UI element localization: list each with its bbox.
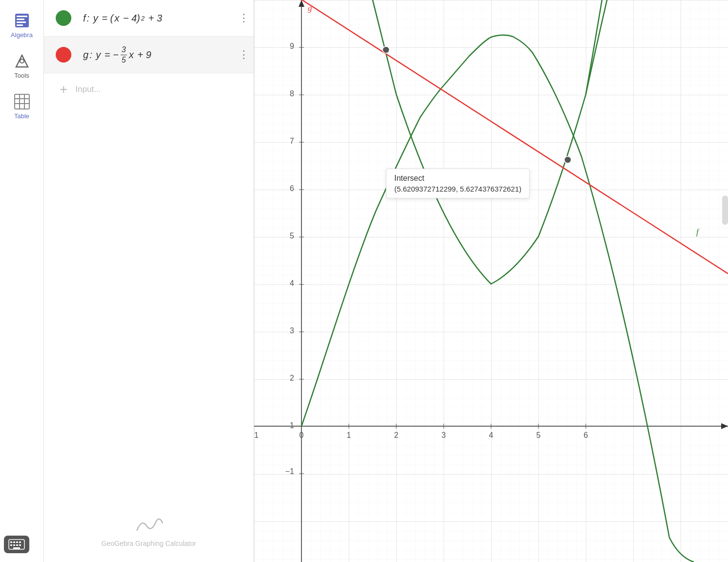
g-color-wrapper: [44, 47, 83, 63]
tooltip-title: Intersect: [394, 174, 521, 183]
svg-rect-7: [15, 94, 29, 109]
svg-text:4: 4: [290, 279, 294, 287]
svg-rect-21: [13, 547, 20, 549]
sidebar-item-table[interactable]: Table: [0, 86, 44, 127]
sidebar-table-label: Table: [14, 112, 29, 120]
graph-area[interactable]: 9 8 7 6 5 4 3 2 1 −1 −1 0 1 2 3 4 5 6: [254, 0, 728, 562]
graph-svg: 9 8 7 6 5 4 3 2 1 −1 −1 0 1 2 3 4 5 6: [254, 0, 728, 562]
intersection-point-2: [564, 156, 571, 163]
svg-text:6: 6: [290, 184, 294, 193]
svg-rect-13: [10, 541, 12, 543]
expression-panel: f: y = (x − 4)2 + 3 ⋮ g: y = −35x + 9 ⋮ …: [44, 0, 254, 562]
svg-text:1: 1: [290, 421, 294, 430]
f-menu-button[interactable]: ⋮: [234, 12, 254, 24]
add-icon: +: [60, 82, 67, 97]
sidebar-algebra-label: Algebra: [11, 31, 33, 39]
svg-text:8: 8: [290, 89, 294, 98]
sidebar-item-algebra[interactable]: Algebra: [0, 5, 44, 45]
svg-text:3: 3: [290, 326, 294, 335]
f-expression: f: y = (x − 4)2 + 3: [83, 9, 234, 28]
svg-text:4: 4: [489, 431, 493, 439]
scroll-handle[interactable]: [722, 195, 728, 225]
tools-icon: [13, 52, 31, 70]
svg-rect-20: [19, 544, 21, 546]
svg-text:5: 5: [536, 431, 541, 439]
svg-text:5: 5: [290, 232, 294, 240]
svg-text:6: 6: [584, 431, 588, 439]
tooltip-coords: (5.6209372712299, 5.6274376372621): [394, 185, 521, 193]
svg-rect-2: [17, 19, 24, 20]
keyboard-icon: [8, 539, 25, 550]
svg-rect-4: [17, 24, 23, 26]
svg-rect-1: [17, 16, 27, 17]
svg-rect-19: [16, 544, 18, 546]
branding: GeoGebra Graphing Calculator: [44, 501, 254, 562]
g-menu-button[interactable]: ⋮: [234, 48, 254, 61]
g-expression: g: y = −35x + 9: [83, 41, 234, 68]
svg-text:g: g: [308, 3, 312, 13]
svg-text:2: 2: [290, 374, 294, 382]
svg-rect-14: [13, 541, 15, 543]
svg-rect-17: [10, 544, 12, 546]
intersection-point-1: [383, 46, 389, 53]
function-f-row[interactable]: f: y = (x − 4)2 + 3 ⋮: [44, 0, 254, 37]
keyboard-button[interactable]: [4, 536, 29, 553]
intersection-tooltip: Intersect (5.6209372712299, 5.6274376372…: [386, 169, 530, 198]
add-expression-row[interactable]: + Input...: [44, 73, 254, 105]
algebra-icon: [13, 12, 31, 29]
svg-text:2: 2: [394, 431, 399, 439]
svg-rect-3: [17, 22, 26, 23]
table-icon: [13, 93, 31, 110]
svg-text:3: 3: [442, 431, 446, 439]
f-color-wrapper: [44, 10, 83, 26]
f-color-dot[interactable]: [56, 10, 71, 26]
sidebar-item-tools[interactable]: Tools: [0, 45, 44, 86]
geogebra-logo: [134, 516, 164, 536]
svg-rect-18: [13, 544, 15, 546]
svg-rect-15: [16, 541, 18, 543]
svg-text:1: 1: [347, 431, 351, 439]
svg-text:7: 7: [290, 137, 294, 145]
sidebar-tools-label: Tools: [14, 72, 29, 79]
branding-name: GeoGebra Graphing Calculator: [102, 540, 196, 547]
svg-text:−1: −1: [254, 431, 258, 439]
g-color-dot[interactable]: [56, 47, 71, 63]
svg-rect-16: [19, 541, 21, 543]
input-placeholder[interactable]: Input...: [75, 85, 101, 94]
svg-point-6: [20, 59, 24, 63]
svg-text:−1: −1: [285, 467, 294, 476]
svg-marker-5: [16, 55, 28, 67]
function-g-row[interactable]: g: y = −35x + 9 ⋮: [44, 37, 254, 73]
svg-text:0: 0: [300, 431, 304, 439]
svg-text:9: 9: [290, 42, 294, 50]
sidebar: Algebra Tools Table: [0, 0, 44, 562]
svg-rect-23: [254, 0, 728, 562]
